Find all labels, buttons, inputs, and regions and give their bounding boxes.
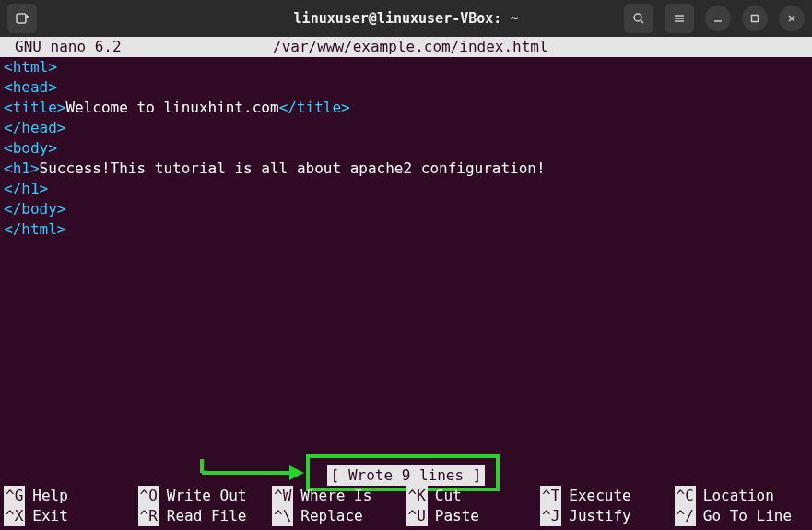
code-line: <body> [0, 138, 812, 159]
svg-rect-9 [752, 16, 759, 22]
code-line: <h1>Success!This tutorial is all about a… [0, 159, 812, 179]
shortcut-label: Location [703, 486, 774, 506]
status-bar: [ Wrote 9 lines ] [0, 465, 812, 486]
maximize-button[interactable] [742, 6, 768, 31]
terminal-area[interactable]: GNU nano 6.2 /var/www/example.com/index.… [0, 37, 812, 530]
code-line: </body> [0, 199, 812, 219]
shortcut-hint: ^/Go To Line [675, 506, 809, 526]
menu-button[interactable] [665, 4, 694, 33]
svg-rect-0 [17, 14, 26, 23]
shortcut-key: ^J [540, 506, 561, 526]
shortcut-label: Read File [167, 506, 247, 526]
shortcut-hint: ^\Replace [272, 506, 406, 526]
search-button[interactable] [624, 4, 653, 33]
shortcut-key: ^/ [675, 506, 696, 526]
shortcut-hint: ^OWrite Out [138, 486, 273, 506]
shortcut-label: Write Out [167, 486, 247, 506]
svg-line-4 [641, 20, 643, 23]
code-line: <head> [0, 77, 812, 98]
shortcut-hint: ^UPaste [406, 506, 541, 526]
nano-app-name: GNU nano 6.2 [15, 37, 273, 57]
shortcut-hint: ^KCut [406, 486, 541, 506]
window-titlebar: linuxuser@linuxuser-VBox: ~ [0, 0, 812, 37]
shortcut-key: ^C [675, 486, 696, 506]
shortcut-label: Paste [435, 506, 479, 526]
shortcut-label: Justify [569, 506, 630, 526]
nano-header: GNU nano 6.2 /var/www/example.com/index.… [0, 37, 812, 57]
nano-file-path: /var/www/example.com/index.html [273, 37, 548, 57]
shortcut-hint: ^TExecute [540, 486, 675, 506]
shortcut-key: ^O [138, 486, 159, 506]
window-title: linuxuser@linuxuser-VBox: ~ [192, 10, 620, 27]
shortcut-hint: ^XExit [4, 506, 138, 526]
code-line: </html> [0, 219, 812, 240]
shortcut-key: ^T [540, 486, 561, 506]
shortcut-label: Go To Line [703, 506, 792, 526]
editor-content[interactable]: <html><head><title>Welcome to linuxhint.… [0, 57, 812, 240]
shortcut-key: ^K [406, 486, 428, 506]
svg-point-3 [634, 14, 641, 21]
shortcut-hint: ^WWhere Is [272, 486, 406, 506]
shortcut-key: ^X [4, 506, 25, 526]
code-line: </head> [0, 118, 812, 138]
shortcut-hint: ^RRead File [138, 506, 273, 526]
shortcut-key: ^U [406, 506, 428, 526]
status-message: [ Wrote 9 lines ] [327, 465, 486, 486]
close-button[interactable] [779, 6, 805, 31]
shortcut-label: Execute [569, 486, 630, 506]
minimize-button[interactable] [705, 6, 731, 31]
shortcut-label: Cut [435, 486, 462, 506]
shortcut-label: Help [32, 486, 68, 506]
shortcut-hint: ^CLocation [675, 486, 809, 506]
shortcut-key: ^R [138, 506, 159, 526]
code-line: <title>Welcome to linuxhint.com</title> [0, 98, 812, 118]
new-tab-button[interactable] [7, 4, 37, 33]
code-line: <html> [0, 57, 812, 77]
shortcut-key: ^W [272, 486, 293, 506]
shortcut-key: ^\ [272, 506, 293, 526]
shortcut-hint: ^GHelp [4, 486, 138, 506]
shortcut-hint: ^JJustify [540, 506, 675, 526]
shortcut-key: ^G [4, 486, 25, 506]
shortcut-bar: ^GHelp^XExit^OWrite Out^RRead File^WWher… [0, 486, 812, 526]
code-line: </h1> [0, 179, 812, 199]
shortcut-label: Exit [32, 506, 68, 526]
shortcut-label: Where Is [300, 486, 371, 506]
shortcut-label: Replace [300, 506, 362, 526]
